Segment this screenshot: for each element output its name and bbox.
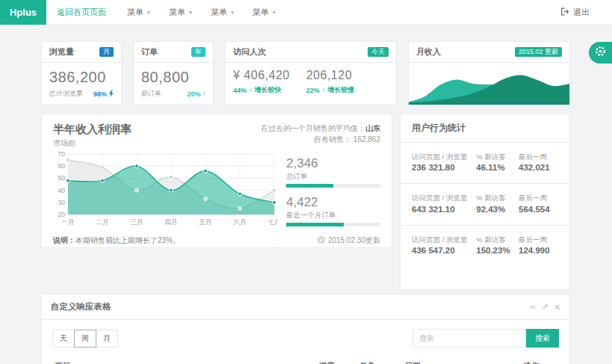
clock-icon — [318, 236, 325, 245]
col-header-date: 日期 — [402, 357, 504, 364]
search-button[interactable]: 搜索 — [526, 329, 559, 348]
card-sub-label: 总计浏览量 — [49, 89, 83, 99]
caret-down-icon: ▼ — [230, 10, 235, 15]
sign-out-icon — [560, 7, 569, 18]
range-month-button[interactable]: 月 — [96, 330, 118, 348]
responsive-table-panel: 自定义响应表格 天 周 月 搜索 — [41, 294, 570, 364]
logout-button[interactable]: 退出 — [560, 0, 612, 25]
dashboard-content: 浏览量 月 386,200 总计浏览量 98% 订单 年 80, — [41, 41, 570, 364]
card-visits: 访问人次 今天 ¥ 406,420 44% ↑ 增长较快 206,120 — [225, 41, 397, 105]
avg-value: 山东 — [365, 124, 380, 132]
caret-down-icon: ▼ — [188, 10, 193, 15]
period-badge: 月 — [99, 47, 114, 57]
caret-down-icon: ▼ — [272, 10, 276, 15]
svg-text:三月: 三月 — [131, 218, 143, 226]
visits-count-stat: 206,120 22% ↑ 增长较慢 — [306, 69, 355, 95]
total-orders-progress — [286, 184, 380, 188]
svg-text:五月: 五月 — [200, 218, 212, 226]
caret-down-icon: ▼ — [146, 10, 151, 15]
card-pageviews: 浏览量 月 386,200 总计浏览量 98% — [41, 41, 122, 105]
col-header-task: 任务 — [356, 357, 402, 364]
period-badge: 年 — [191, 47, 205, 57]
summary-cards-row: 浏览量 月 386,200 总计浏览量 98% 订单 年 80, — [41, 41, 570, 105]
user-stats-row: 访问页面 / 浏览量643 321.10 % 新访客92.43% 最后一周564… — [401, 184, 569, 225]
search-input[interactable] — [412, 329, 526, 348]
svg-text:70: 70 — [58, 150, 66, 158]
panel-title: 自定义响应表格 — [51, 301, 111, 312]
close-icon[interactable] — [554, 304, 560, 310]
nav-menu-2[interactable]: 菜单▼ — [160, 0, 202, 25]
projects-table: 项目 进度 任务 日期 操作 米莫说 | MiMO Show 20% 2014.… — [52, 357, 559, 364]
collapse-icon[interactable] — [529, 304, 536, 310]
range-week-button[interactable]: 周 — [74, 330, 96, 348]
panel-note: 本期销售额比上期增长了23%。 — [75, 236, 180, 244]
svg-text:一月: 一月 — [62, 218, 75, 226]
visits-revenue-stat: ¥ 406,420 44% ↑ 增长较快 — [233, 69, 290, 95]
profit-panel: 半年收入利润率 市场部 在过去的一个月销售的平均值：山东 所有销售： 162,8… — [41, 114, 392, 248]
card-value: 80,800 — [141, 69, 205, 86]
arrow-up-icon: ↑ — [203, 90, 206, 98]
card-value: 386,200 — [49, 69, 114, 86]
svg-text:七月: 七月 — [268, 218, 278, 226]
nav-menu-1[interactable]: 菜单▼ — [118, 0, 160, 25]
month-orders-progress — [286, 223, 380, 226]
svg-text:30: 30 — [58, 199, 66, 206]
panel-title: 用户行为统计 — [401, 114, 569, 143]
svg-text:六月: 六月 — [234, 218, 247, 226]
period-badge: 今天 — [368, 47, 389, 57]
month-orders-value: 4,422 — [286, 195, 380, 210]
svg-text:60: 60 — [58, 162, 66, 170]
sales-value: 162,862 — [353, 135, 380, 144]
month-orders-label: 最近一个月订单 — [286, 211, 380, 220]
profit-line-chart: 一月二月三月四月五月六月七月203040506070 — [53, 150, 277, 227]
updated-badge: 2015.02 更新 — [515, 47, 562, 57]
wrench-icon[interactable] — [542, 303, 548, 310]
main-nav: 返回首页页面 菜单▼ 菜单▼ 菜单▼ 菜单▼ — [46, 0, 285, 25]
panel-subtitle: 市场部 — [53, 138, 132, 149]
theme-settings-button[interactable] — [589, 42, 612, 64]
brand-logo[interactable]: Hplus — [0, 0, 46, 25]
card-sub-label: 新订单 — [141, 89, 161, 99]
nav-menu-4[interactable]: 菜单▼ — [244, 0, 285, 25]
total-orders-label: 总订单 — [286, 172, 380, 182]
total-orders-value: 2,346 — [286, 156, 380, 171]
col-header-project: 项目 — [52, 357, 316, 364]
svg-text:50: 50 — [58, 174, 66, 182]
svg-text:40: 40 — [58, 187, 66, 194]
arrow-up-icon: ↑ — [249, 87, 253, 94]
topbar: Hplus 返回首页页面 菜单▼ 菜单▼ 菜单▼ 菜单▼ 退出 — [0, 0, 612, 25]
col-header-progress: 进度 — [316, 357, 356, 364]
nav-home-link[interactable]: 返回首页页面 — [46, 0, 118, 25]
user-stats-panel: 用户行为统计 访问页面 / 浏览量236 321.80 % 新访客46.11% … — [400, 114, 570, 290]
card-monthly-income: 月收入 2015.02 更新 — [408, 41, 570, 105]
arrow-up-icon: ↑ — [322, 87, 326, 94]
monthly-income-area-chart — [409, 63, 569, 105]
panel-title: 半年收入利润率 — [53, 123, 132, 137]
user-stats-row: 访问页面 / 浏览量436 547.20 % 新访客150.23% 最后一周12… — [401, 226, 569, 266]
user-stats-row: 访问页面 / 浏览量236 321.80 % 新访客46.11% 最后一周432… — [401, 143, 569, 184]
gear-icon — [595, 46, 606, 60]
nav-menu-3[interactable]: 菜单▼ — [202, 0, 244, 25]
svg-text:四月: 四月 — [165, 218, 178, 226]
updated-text: 2015.02.30更新 — [328, 235, 380, 246]
range-button-group: 天 周 月 — [52, 330, 117, 348]
card-title: 访问人次 — [233, 46, 266, 58]
card-sub-value: 20% — [187, 90, 200, 98]
card-orders: 订单 年 80,800 新订单 20% ↑ — [133, 41, 214, 105]
bolt-icon — [108, 90, 114, 99]
card-sub-value: 98% — [93, 90, 107, 98]
col-header-actions: 操作 — [503, 357, 559, 364]
svg-text:二月: 二月 — [96, 218, 109, 226]
card-title: 订单 — [141, 46, 158, 58]
card-title: 浏览量 — [49, 46, 74, 58]
range-day-button[interactable]: 天 — [52, 330, 75, 348]
card-title: 月收入 — [416, 46, 441, 58]
svg-text:20: 20 — [58, 211, 66, 218]
